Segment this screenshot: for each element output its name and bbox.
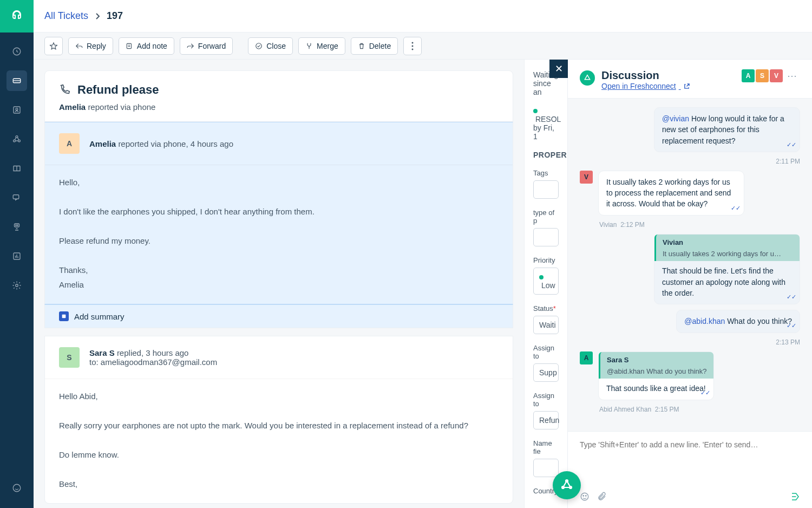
svg-point-21 — [562, 486, 564, 489]
app-logo[interactable] — [0, 0, 34, 32]
forward-button[interactable]: Forward — [180, 37, 233, 55]
toolbar: Reply Add note Forward Close Merge Delet… — [34, 32, 812, 60]
nav-tickets[interactable] — [6, 70, 27, 91]
ticket-header: Refund please Amelia reported via phone — [44, 70, 513, 122]
send-icon[interactable] — [790, 492, 800, 502]
nav-settings[interactable] — [6, 275, 27, 296]
chevron-right-icon — [95, 12, 100, 20]
nav-freshconnect[interactable] — [6, 478, 27, 498]
priority-select[interactable]: Low — [533, 268, 559, 295]
ticket-id: 197 — [107, 10, 123, 22]
agent-reply: S Sara S replied, 3 hours ago to: amelia… — [44, 336, 513, 504]
chat-message: @vivian How long would it take for a new… — [580, 107, 800, 152]
participant-avatar[interactable]: S — [756, 69, 769, 82]
read-icon: ✓✓ — [700, 389, 710, 398]
emoji-icon[interactable] — [580, 492, 590, 502]
read-icon: ✓✓ — [787, 322, 796, 330]
chat-message: @abid.khan What do you think?✓✓ — [580, 310, 800, 333]
quoted-message: Sara S@abid.khan What do you think? — [599, 352, 713, 379]
nav-dashboard[interactable] — [6, 41, 27, 62]
discussion-messages: @vivian How long would it take for a new… — [568, 99, 812, 431]
svg-rect-7 — [13, 195, 19, 199]
reply-meta: Sara S replied, 3 hours ago to: ameliago… — [89, 348, 217, 367]
discussion-panel: ✕ Discussion Open in Freshconnect A S V … — [567, 60, 812, 508]
chat-message: VivianIt usually takes 2 working days fo… — [580, 234, 800, 305]
main-content: All Tickets 197 Reply Add note Forward C… — [34, 0, 812, 508]
nav-automation[interactable] — [6, 217, 27, 237]
svg-rect-8 — [15, 224, 19, 227]
more-button[interactable] — [403, 37, 422, 55]
close-icon[interactable]: ✕ — [549, 60, 568, 78]
svg-point-4 — [16, 136, 18, 138]
compose-area — [568, 431, 812, 508]
svg-point-25 — [586, 496, 587, 497]
tags-input[interactable] — [533, 180, 559, 199]
svg-point-23 — [581, 493, 588, 500]
agent-select[interactable]: Refun — [533, 411, 559, 429]
chat-message: V It usually takes 2 working days for us… — [580, 171, 800, 216]
svg-point-12 — [16, 284, 18, 287]
message-author-time: Vivian 2:12 PM — [599, 221, 800, 229]
more-icon[interactable]: ⋯ — [784, 70, 800, 82]
nav-solutions[interactable] — [6, 158, 27, 179]
svg-point-9 — [16, 225, 17, 226]
group-select[interactable]: Supp — [533, 363, 559, 382]
nav-contacts[interactable] — [6, 100, 27, 120]
nav-network[interactable] — [6, 129, 27, 149]
close-button[interactable]: Close — [248, 37, 293, 55]
star-button[interactable] — [44, 37, 63, 55]
message-meta: Amelia reported via phone, 4 hours ago — [89, 139, 233, 148]
add-summary-button[interactable]: Add summary — [44, 304, 513, 328]
svg-point-3 — [16, 108, 18, 110]
properties-sidebar: Waitingsince an RESOLby Fri, 1 PROPER Ta… — [524, 60, 567, 508]
avatar: S — [59, 347, 80, 368]
svg-point-20 — [566, 480, 568, 482]
message-author-time: Abid Ahmed Khan 2:15 PM — [599, 406, 800, 413]
message-time: 2:13 PM — [580, 338, 800, 346]
nav-chat[interactable] — [6, 187, 27, 208]
nav-reports[interactable] — [6, 246, 27, 266]
freshconnect-logo — [580, 70, 595, 86]
avatar: V — [580, 171, 593, 184]
document-icon — [59, 311, 69, 321]
participant-avatar[interactable]: V — [770, 69, 783, 82]
add-note-button[interactable]: Add note — [119, 37, 174, 55]
read-icon: ✓✓ — [787, 293, 796, 302]
svg-point-24 — [583, 496, 584, 497]
delete-button[interactable]: Delete — [351, 37, 398, 55]
svg-point-10 — [17, 225, 18, 226]
ticket-title: Refund please — [77, 83, 159, 97]
message-input[interactable] — [568, 432, 812, 486]
breadcrumb: All Tickets 197 — [34, 0, 812, 32]
quoted-message: VivianIt usually takes 2 working days fo… — [654, 235, 800, 262]
discussion-title: Discussion — [601, 69, 690, 82]
avatar: A — [580, 351, 593, 364]
read-icon: ✓✓ — [787, 141, 796, 149]
reply-body: Hello Abid, Really sorry your earphones … — [45, 379, 513, 503]
participant-avatar[interactable]: A — [742, 69, 755, 82]
svg-point-15 — [256, 43, 262, 49]
avatar: A — [59, 133, 80, 154]
svg-rect-19 — [62, 315, 66, 318]
type-input[interactable] — [533, 228, 559, 246]
merge-button[interactable]: Merge — [298, 37, 345, 55]
svg-point-16 — [412, 42, 414, 43]
nav-rail — [0, 0, 34, 508]
name-input[interactable] — [533, 459, 559, 477]
customer-message: A Amelia reported via phone, 4 hours ago… — [44, 122, 513, 304]
svg-point-17 — [412, 45, 414, 47]
svg-point-13 — [13, 484, 21, 492]
open-freshconnect-link[interactable]: Open in Freshconnect — [601, 82, 690, 90]
breadcrumb-link[interactable]: All Tickets — [44, 10, 88, 22]
svg-point-22 — [569, 486, 572, 489]
reply-button[interactable]: Reply — [68, 37, 113, 55]
message-body: Hello, I don't like the earphones you sh… — [45, 165, 513, 304]
svg-point-18 — [412, 48, 414, 50]
discussion-header: Discussion Open in Freshconnect A S V ⋯ — [568, 60, 812, 99]
status-select[interactable]: Waiti — [533, 316, 559, 334]
freshconnect-fab[interactable] — [553, 471, 581, 499]
attachment-icon[interactable] — [597, 492, 607, 502]
ticket-column: Refund please Amelia reported via phone … — [34, 60, 524, 508]
read-icon: ✓✓ — [731, 204, 741, 213]
phone-icon — [59, 84, 71, 96]
